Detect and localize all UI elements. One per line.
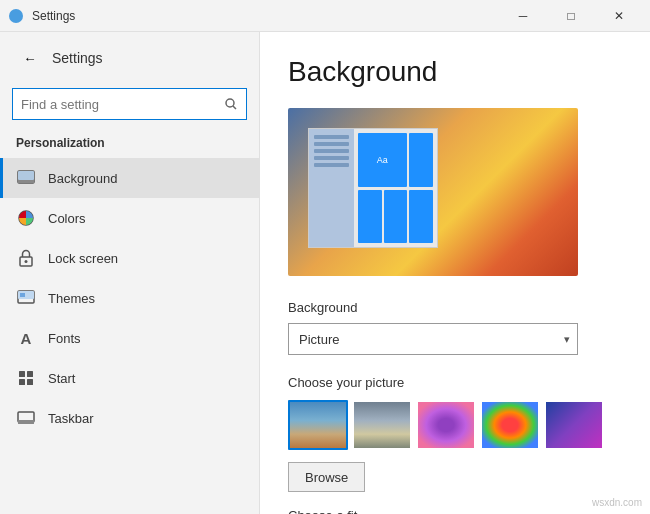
picture-thumb-2[interactable] (352, 400, 412, 450)
thumb-image-3 (418, 402, 474, 448)
preview-line-5 (314, 163, 349, 167)
app-icon (8, 8, 24, 24)
sidebar-item-lockscreen[interactable]: Lock screen (0, 238, 259, 278)
svg-rect-17 (18, 420, 34, 424)
sidebar: ← Settings Personalization Backg (0, 32, 260, 514)
sidebar-header: ← Settings (0, 32, 259, 84)
preview-tile-t1 (358, 190, 382, 244)
start-nav-icon (18, 370, 34, 386)
sidebar-item-start[interactable]: Start (0, 358, 259, 398)
title-bar-left: Settings (8, 8, 75, 24)
picture-thumb-4[interactable] (480, 400, 540, 450)
preview-tile-aa: Aa (358, 133, 407, 187)
background-dropdown[interactable]: Picture Solid color Slideshow (288, 323, 578, 355)
svg-line-2 (233, 106, 236, 109)
lock-nav-icon (19, 249, 33, 267)
background-preview: Aa (288, 108, 578, 276)
preview-line-4 (314, 156, 349, 160)
preview-line-2 (314, 142, 349, 146)
colors-label: Colors (48, 211, 86, 226)
title-bar-controls: ─ □ ✕ (500, 1, 642, 31)
choose-fit-label: Choose a fit (288, 508, 622, 514)
fonts-label: Fonts (48, 331, 81, 346)
start-icon (16, 368, 36, 388)
picture-grid (288, 400, 622, 450)
preview-tile-row-2 (358, 190, 433, 244)
preview-tile-t2 (384, 190, 408, 244)
choose-picture-label: Choose your picture (288, 375, 622, 390)
colors-nav-icon (17, 209, 35, 227)
search-icon (225, 98, 237, 110)
preview-line-1 (314, 135, 349, 139)
fonts-icon: A (16, 328, 36, 348)
minimize-button[interactable]: ─ (500, 1, 546, 31)
themes-nav-icon (17, 290, 35, 306)
svg-rect-5 (18, 180, 34, 183)
svg-rect-12 (19, 371, 25, 377)
svg-point-1 (226, 99, 234, 107)
taskbar-icon (16, 408, 36, 428)
back-button[interactable]: ← (16, 44, 44, 72)
title-bar-title: Settings (32, 9, 75, 23)
maximize-button[interactable]: □ (548, 1, 594, 31)
svg-rect-13 (27, 371, 33, 377)
search-box (12, 88, 247, 120)
svg-rect-14 (19, 379, 25, 385)
background-dropdown-container: Picture Solid color Slideshow ▾ (288, 323, 578, 355)
background-section-label: Background (288, 300, 622, 315)
preview-tile-t3 (409, 190, 433, 244)
sidebar-item-taskbar[interactable]: Taskbar (0, 398, 259, 438)
preview-window-content: Aa (354, 129, 437, 247)
close-button[interactable]: ✕ (596, 1, 642, 31)
preview-line-3 (314, 149, 349, 153)
svg-rect-11 (20, 293, 25, 297)
lockscreen-label: Lock screen (48, 251, 118, 266)
sidebar-item-background[interactable]: Background (0, 158, 259, 198)
svg-point-8 (25, 260, 28, 263)
themes-label: Themes (48, 291, 95, 306)
personalization-label: Personalization (0, 132, 259, 158)
picture-thumb-5[interactable] (544, 400, 604, 450)
search-button[interactable] (215, 88, 247, 120)
content-area: Background Aa (260, 32, 650, 514)
themes-icon (16, 288, 36, 308)
picture-thumb-1[interactable] (288, 400, 348, 450)
taskbar-nav-icon (17, 411, 35, 425)
preview-tile-row-1: Aa (358, 133, 433, 187)
svg-point-0 (9, 9, 23, 23)
thumb-image-1 (290, 402, 346, 448)
main-layout: ← Settings Personalization Backg (0, 32, 650, 514)
sidebar-app-title: Settings (52, 50, 103, 66)
preview-window-sidebar (309, 129, 354, 247)
preview-tile-s1 (409, 133, 433, 187)
thumb-image-2 (354, 402, 410, 448)
preview-window: Aa (308, 128, 438, 248)
background-icon (16, 168, 36, 188)
start-label: Start (48, 371, 75, 386)
background-label: Background (48, 171, 117, 186)
svg-rect-4 (18, 171, 34, 180)
lockscreen-icon (16, 248, 36, 268)
sidebar-item-fonts[interactable]: A Fonts (0, 318, 259, 358)
svg-rect-15 (27, 379, 33, 385)
search-input[interactable] (12, 88, 247, 120)
thumb-image-5 (546, 402, 602, 448)
page-title: Background (288, 56, 622, 88)
thumb-image-4 (482, 402, 538, 448)
picture-thumb-3[interactable] (416, 400, 476, 450)
title-bar: Settings ─ □ ✕ (0, 0, 650, 32)
taskbar-label: Taskbar (48, 411, 94, 426)
browse-button[interactable]: Browse (288, 462, 365, 492)
sidebar-item-colors[interactable]: Colors (0, 198, 259, 238)
colors-icon (16, 208, 36, 228)
sidebar-item-themes[interactable]: Themes (0, 278, 259, 318)
background-nav-icon (17, 170, 35, 186)
